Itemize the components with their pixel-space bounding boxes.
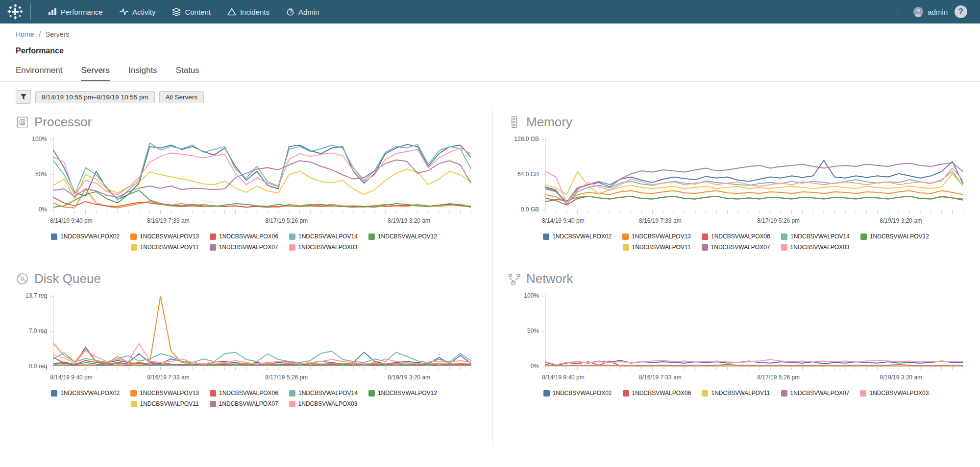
tab-environment[interactable]: Environment bbox=[16, 66, 62, 81]
legend-label: 1NDCBSVWALPOX03 bbox=[869, 390, 929, 397]
filter-row: 8/14/19 10:55 pm–8/19/19 10:55 pm All Se… bbox=[0, 82, 980, 104]
x-tick-label: 8/19/19 3:20 am bbox=[880, 374, 922, 381]
server-filter-chip[interactable]: All Servers bbox=[159, 91, 204, 103]
chart-title: Memory bbox=[526, 115, 572, 130]
gauge-icon bbox=[286, 8, 294, 16]
nav-divider-right bbox=[898, 3, 898, 20]
legend-item: 1NDCBSVWALPOV13 bbox=[622, 233, 691, 240]
breadcrumb-current: Servers bbox=[46, 30, 69, 38]
nav-right: admin ? bbox=[898, 3, 980, 20]
chart-legend: 1NDCBSVWALPOX021NDCBSVWALPOV131NDCBSVWAL… bbox=[16, 390, 472, 407]
legend-swatch bbox=[702, 390, 708, 397]
legend-item: 1NDCBSVWALPOV11 bbox=[131, 400, 199, 407]
breadcrumb-separator: / bbox=[39, 30, 41, 38]
network-line-chart[interactable] bbox=[542, 293, 964, 372]
legend-label: 1NDCBSVWALPOV13 bbox=[632, 233, 691, 240]
filter-icon[interactable] bbox=[16, 90, 31, 104]
layers-icon bbox=[172, 8, 181, 16]
x-tick-label: 8/19/19 3:20 am bbox=[880, 217, 922, 224]
top-nav: Performance Activity Content Incidents bbox=[0, 0, 980, 23]
x-tick-label: 8/19/19 3:20 am bbox=[388, 374, 430, 381]
nav-item-content[interactable]: Content bbox=[164, 0, 219, 23]
legend-swatch bbox=[210, 244, 216, 251]
breadcrumb-home-link[interactable]: Home bbox=[16, 30, 34, 38]
legend-swatch bbox=[623, 390, 629, 397]
legend-item: 1NDCBSVWALPOX06 bbox=[623, 390, 691, 397]
legend-item: 1NDCBSVWALPOV12 bbox=[368, 390, 437, 397]
y-tick-label: 64.0 GB bbox=[517, 171, 539, 178]
bar-chart-icon bbox=[48, 8, 57, 16]
plot-area: 8/14/19 9:40 pm8/16/19 7:33 am8/17/19 5:… bbox=[50, 293, 472, 383]
legend-swatch bbox=[543, 234, 549, 240]
legend-label: 1NDCBSVWALPOV11 bbox=[711, 390, 770, 397]
legend-label: 1NDCBSVWALPOX06 bbox=[219, 390, 278, 397]
nav-item-admin[interactable]: Admin bbox=[278, 0, 328, 23]
date-range-filter-chip[interactable]: 8/14/19 10:55 pm–8/19/19 10:55 pm bbox=[35, 91, 155, 103]
legend-item: 1NDCBSVWALPOX07 bbox=[781, 390, 850, 397]
y-tick-label: 100% bbox=[524, 292, 539, 299]
breadcrumb: Home / Servers bbox=[16, 30, 964, 38]
processor-line-chart[interactable] bbox=[50, 137, 472, 215]
tableau-logo[interactable] bbox=[0, 3, 30, 20]
nav-item-label: Performance bbox=[61, 8, 103, 16]
legend-item: 1NDCBSVWALPOV12 bbox=[860, 233, 929, 240]
nav-item-performance[interactable]: Performance bbox=[40, 0, 111, 23]
disk-queue-line-chart[interactable] bbox=[50, 293, 472, 372]
chart-panel-disk-queue: Disk Queue 13.7 req 7.0 req 0.0 req 8/14… bbox=[16, 271, 472, 407]
legend-item: 1NDCBSVWALPOX03 bbox=[860, 390, 929, 397]
legend-label: 1NDCBSVWALPOV13 bbox=[140, 390, 199, 397]
legend-label: 1NDCBSVWALPOX07 bbox=[219, 400, 278, 407]
y-tick-label: 0% bbox=[39, 206, 47, 213]
y-tick-label: 50% bbox=[35, 171, 47, 178]
legend-swatch bbox=[289, 401, 295, 407]
legend-swatch bbox=[130, 390, 137, 397]
legend-swatch bbox=[131, 244, 137, 251]
y-tick-label: 0.0 GB bbox=[521, 206, 539, 213]
chart-panel-memory: Memory 128.0 GB 64.0 GB 0.0 GB 8/14/19 9… bbox=[508, 115, 964, 251]
legend-item: 1NDCBSVWALPOV11 bbox=[131, 244, 199, 251]
user-menu[interactable]: admin bbox=[913, 6, 948, 17]
y-tick-label: 7.0 req bbox=[29, 327, 47, 334]
legend-item: 1NDCBSVWALPOX06 bbox=[210, 233, 278, 240]
legend-label: 1NDCBSVWALPOV11 bbox=[632, 244, 691, 251]
plot-row: 100% 50% 0% 8/14/19 9:40 pm8/16/19 7:33 … bbox=[16, 137, 472, 226]
nav-item-label: Admin bbox=[298, 8, 319, 16]
activity-icon bbox=[120, 8, 128, 16]
tab-servers[interactable]: Servers bbox=[81, 66, 110, 81]
funnel-icon bbox=[20, 93, 27, 100]
x-tick-label: 8/14/19 9:40 pm bbox=[50, 217, 93, 224]
legend-label: 1NDCBSVWALPOV12 bbox=[378, 233, 437, 240]
nav-item-activity[interactable]: Activity bbox=[111, 0, 164, 23]
page-title: Performance bbox=[16, 47, 964, 55]
y-tick-label: 0% bbox=[531, 363, 539, 370]
panel-head: Network bbox=[508, 271, 964, 286]
legend-item: 1NDCBSVWALPOV13 bbox=[130, 233, 199, 240]
nav-item-incidents[interactable]: Incidents bbox=[219, 0, 278, 23]
y-axis-labels: 100% 50% 0% bbox=[508, 293, 542, 372]
x-tick-label: 8/17/19 5:26 pm bbox=[265, 217, 308, 224]
y-tick-label: 0.0 req bbox=[29, 363, 47, 370]
legend-item: 1NDCBSVWALPOV14 bbox=[289, 233, 358, 240]
x-tick-label: 8/16/19 7:33 am bbox=[147, 374, 190, 381]
legend-swatch bbox=[623, 244, 629, 251]
legend-item: 1NDCBSVWALPOX02 bbox=[51, 390, 120, 397]
legend-swatch bbox=[210, 390, 216, 397]
plot-row: 100% 50% 0% 8/14/19 9:40 pm8/16/19 7:33 … bbox=[508, 293, 964, 383]
memory-line-chart[interactable] bbox=[542, 137, 964, 215]
chart-legend: 1NDCBSVWALPOX021NDCBSVWALPOV131NDCBSVWAL… bbox=[16, 233, 472, 251]
legend-swatch bbox=[543, 390, 550, 397]
legend-label: 1NDCBSVWALPOV12 bbox=[378, 390, 437, 397]
legend-label: 1NDCBSVWALPOX07 bbox=[219, 244, 278, 251]
legend-swatch bbox=[289, 244, 295, 251]
legend-label: 1NDCBSVWALPOV13 bbox=[140, 233, 199, 240]
tab-status[interactable]: Status bbox=[176, 66, 199, 81]
plot-area: 8/14/19 9:40 pm8/16/19 7:33 am8/17/19 5:… bbox=[50, 137, 472, 226]
legend-label: 1NDCBSVWALPOV14 bbox=[790, 233, 850, 240]
legend-swatch bbox=[51, 234, 57, 240]
disk-icon bbox=[16, 272, 29, 285]
help-icon[interactable]: ? bbox=[955, 5, 967, 18]
legend-label: 1NDCBSVWALPOX07 bbox=[711, 244, 770, 251]
tab-insights[interactable]: Insights bbox=[128, 66, 157, 81]
charts-column-left: Processor 100% 50% 0% 8/14/19 9:40 pm8/1… bbox=[16, 115, 472, 428]
chart-title: Disk Queue bbox=[34, 271, 101, 286]
